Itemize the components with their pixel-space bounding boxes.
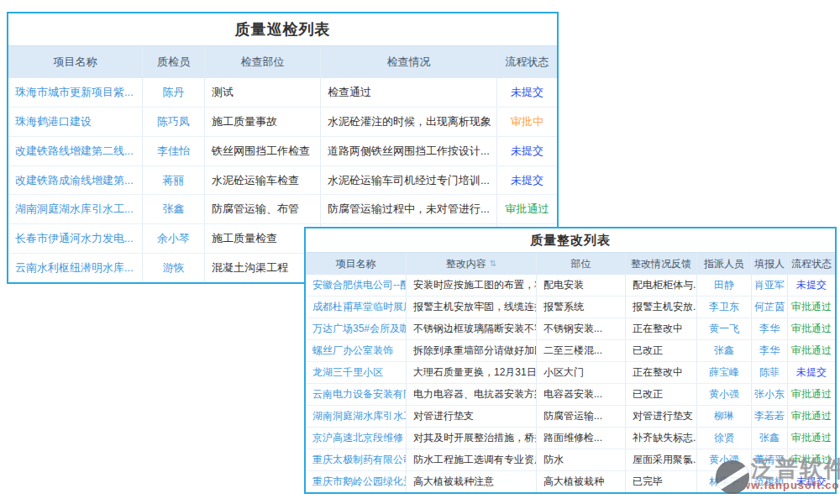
cell-link[interactable]: 黄小强 xyxy=(697,449,752,470)
table-cell: 对管进行垫支 xyxy=(407,406,537,427)
cell-link[interactable]: 李卫东 xyxy=(697,297,752,318)
column-header[interactable]: 整改内容⇅ xyxy=(407,253,537,275)
table-row[interactable]: 改建铁路成渝线增建第...蒋丽水泥砼运输车检查水泥砼运输车司机经过专门培训...… xyxy=(8,166,557,196)
column-header[interactable]: 部位 xyxy=(537,253,626,275)
status-text: 未提交 xyxy=(497,166,557,195)
table-cell: 水泥砼运输车司机经过专门培训... xyxy=(321,166,497,195)
cell-link[interactable]: 螺丝厂办公室装饰 xyxy=(306,340,407,361)
cell-link[interactable]: 张小东 xyxy=(752,384,788,405)
table-cell: 已改正 xyxy=(626,384,697,405)
cell-link[interactable]: 黄小强 xyxy=(697,384,752,405)
status-text: 审批通过 xyxy=(497,195,557,223)
column-header-label: 检查情况 xyxy=(387,55,431,70)
cell-link[interactable]: 改建铁路线增建第二线... xyxy=(8,137,143,165)
column-header[interactable]: 填报人 xyxy=(752,253,788,275)
cell-link[interactable]: 林康平 xyxy=(697,471,752,492)
column-header[interactable]: 流程状态 xyxy=(788,253,835,275)
cell-link[interactable]: 薛宝峰 xyxy=(697,362,752,383)
cell-link[interactable]: 湖南洞庭湖水库引水工程施工标 xyxy=(306,406,407,427)
cell-link[interactable]: 张鑫 xyxy=(143,195,205,223)
cell-link[interactable]: 董清平 xyxy=(752,449,788,470)
cell-link[interactable]: 珠海市城市更新项目紫... xyxy=(8,78,143,107)
cell-link[interactable]: 何芷茵 xyxy=(752,297,788,318)
table-row[interactable]: 龙湖三千里小区大理石质量更换，12月31日之...小区大门正在整改中薛宝峰陈菲未… xyxy=(306,362,835,384)
table-cell: 水泥砼灌注的时候，出现离析现象 xyxy=(321,108,497,136)
column-header[interactable]: 项目名称 xyxy=(306,253,407,275)
table-cell: 防腐管运输过程中，未对管进行... xyxy=(321,195,497,223)
cell-link[interactable]: 游恢 xyxy=(143,254,205,282)
cell-link[interactable]: 李华 xyxy=(752,318,788,339)
column-header[interactable]: 整改情况反馈 xyxy=(626,253,697,275)
cell-link[interactable]: 陈丹 xyxy=(143,78,205,107)
table-cell: 配电安装 xyxy=(537,275,626,296)
cell-link[interactable]: 李佳怡 xyxy=(143,137,205,165)
column-header[interactable]: 流程状态 xyxy=(497,46,557,78)
table-row[interactable]: 珠海鹤港口建设陈巧凤施工质量事故水泥砼灌注的时候，出现离析现象审批中 xyxy=(8,108,557,137)
column-header-label: 填报人 xyxy=(754,257,785,271)
desktop-canvas: 质量巡检列表 项目名称质检员检查部位检查情况流程状态珠海市城市更新项目紫...陈… xyxy=(0,0,840,504)
status-text: 审批通过 xyxy=(788,384,835,405)
table-row[interactable]: 螺丝厂办公室装饰拆除到承重墙部分请做好加固...二至三楼混...已改正张鑫李华审… xyxy=(306,340,835,362)
table-row[interactable]: 云南电力设备安装有限公司20...电力电容器、电抗器安装方案,...电容器安装.… xyxy=(306,384,835,406)
rectification-list-panel: 质量整改列表 项目名称整改内容⇅部位整改情况反馈指派人员填报人流程状态安徽合肥供… xyxy=(304,227,837,494)
table-row[interactable]: 京沪高速北京段维修对其及时开展整治措施，桥头...路面维修检...补齐缺失标志.… xyxy=(306,428,835,449)
status-text: 审批通过 xyxy=(788,428,835,449)
cell-link[interactable]: 张鑫 xyxy=(752,428,788,449)
cell-link[interactable]: 湖南洞庭湖水库引水工... xyxy=(8,195,143,223)
cell-link[interactable]: 改建铁路成渝线增建第... xyxy=(8,166,143,195)
cell-link[interactable]: 黄一飞 xyxy=(697,318,752,339)
cell-link[interactable]: 田静 xyxy=(697,275,752,296)
cell-link[interactable]: 李华 xyxy=(752,340,788,361)
table-header-row: 项目名称整改内容⇅部位整改情况反馈指派人员填报人流程状态 xyxy=(306,252,835,275)
table-row[interactable]: 重庆市鹅岭公园绿化景观提升...高大植被栽种注意高大植被栽种已完毕林康平范里桓未… xyxy=(306,471,835,492)
cell-link[interactable]: 蒋丽 xyxy=(143,166,205,195)
cell-link[interactable]: 重庆太极制药有限公司毫州中... xyxy=(306,449,407,470)
table-row[interactable]: 成都杜甫草堂临时展厅独立展...报警主机安放牢固，线缆连接...报警系统报警主机… xyxy=(306,297,835,318)
table-cell: 安装时应按施工图的布置，将... xyxy=(407,275,537,296)
table-cell: 防腐管运输、布管 xyxy=(205,195,321,223)
column-header-label: 部位 xyxy=(571,257,591,271)
cell-link[interactable]: 安徽合肥供电公司--配电设备... xyxy=(306,275,407,296)
cell-link[interactable]: 陈巧凤 xyxy=(143,108,205,136)
table-cell: 报警主机安放... xyxy=(626,297,697,318)
table-cell: 高大植被栽种注意 xyxy=(407,471,537,492)
cell-link[interactable]: 珠海鹤港口建设 xyxy=(8,108,143,136)
cell-link[interactable]: 陈菲 xyxy=(752,362,788,383)
table-cell: 电力电容器、电抗器安装方案,... xyxy=(407,384,537,405)
cell-link[interactable]: 肖亚军 xyxy=(752,275,788,296)
table-cell: 施工质量事故 xyxy=(205,108,321,136)
column-header[interactable]: 质检员 xyxy=(143,46,205,78)
cell-link[interactable]: 徐贤 xyxy=(697,428,752,449)
cell-link[interactable]: 万达广场35#会所及咖啡厅空... xyxy=(306,318,407,339)
table-row[interactable]: 安徽合肥供电公司--配电设备...安装时应按施工图的布置，将...配电安装配电柜… xyxy=(306,275,835,297)
table-cell: 屋面采用聚氯... xyxy=(626,449,697,470)
cell-link[interactable]: 李若若 xyxy=(752,406,788,427)
table-row[interactable]: 湖南洞庭湖水库引水工...张鑫防腐管运输、布管防腐管运输过程中，未对管进行...… xyxy=(8,195,557,224)
table-row[interactable]: 万达广场35#会所及咖啡厅空...不锈钢边框玻璃隔断安装不牢...不锈钢安装..… xyxy=(306,318,835,340)
table-cell: 防水 xyxy=(537,449,626,470)
cell-link[interactable]: 云南电力设备安装有限公司20... xyxy=(306,384,407,405)
column-header[interactable]: 项目名称 xyxy=(8,46,143,78)
table-cell: 正在整改中 xyxy=(626,318,697,339)
table-row[interactable]: 珠海市城市更新项目紫...陈丹测试检查通过未提交 xyxy=(8,78,557,108)
table-cell: 小区大门 xyxy=(537,362,626,383)
table-cell: 高大植被栽种 xyxy=(537,471,626,492)
cell-link[interactable]: 余小琴 xyxy=(143,224,205,253)
cell-link[interactable]: 柳琳 xyxy=(697,406,752,427)
cell-link[interactable]: 重庆市鹅岭公园绿化景观提升... xyxy=(306,471,407,492)
cell-link[interactable]: 成都杜甫草堂临时展厅独立展... xyxy=(306,297,407,318)
column-header[interactable]: 检查情况 xyxy=(321,46,497,78)
table-row[interactable]: 重庆太极制药有限公司毫州中...防水工程施工选调有专业资质...防水屋面采用聚氯… xyxy=(306,449,835,471)
cell-link[interactable]: 范里桓 xyxy=(752,471,788,492)
cell-link[interactable]: 京沪高速北京段维修 xyxy=(306,428,407,449)
table-row[interactable]: 改建铁路线增建第二线...李佳怡铁丝网围挡工作检查道路两侧铁丝网围挡工作按设计.… xyxy=(8,137,557,166)
table-row[interactable]: 湖南洞庭湖水库引水工程施工标对管进行垫支防腐管运输...对管进行垫支柳琳李若若审… xyxy=(306,406,835,428)
cell-link[interactable]: 张鑫 xyxy=(697,340,752,361)
cell-link[interactable]: 龙湖三千里小区 xyxy=(306,362,407,383)
sort-icon[interactable]: ⇅ xyxy=(490,260,496,268)
cell-link[interactable]: 长春市伊通河水力发电... xyxy=(8,224,143,253)
column-header[interactable]: 指派人员 xyxy=(697,253,752,275)
table-cell: 防水工程施工选调有专业资质... xyxy=(407,449,537,470)
cell-link[interactable]: 云南水利枢纽潜明水库... xyxy=(8,254,143,282)
column-header[interactable]: 检查部位 xyxy=(205,46,321,78)
